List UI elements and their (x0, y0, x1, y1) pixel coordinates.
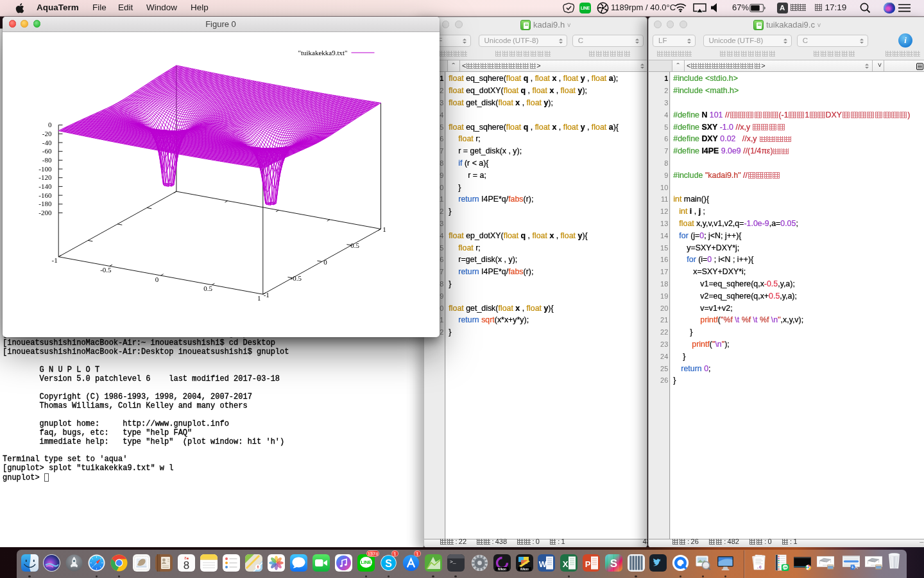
svg-text:Nikon: Nikon (520, 567, 529, 570)
svg-text:X: X (563, 559, 569, 568)
svg-text:S: S (385, 557, 392, 568)
svg-text:-40: -40 (42, 138, 51, 146)
svg-text:S: S (610, 557, 617, 570)
svg-text:1: 1 (382, 225, 386, 233)
svg-text:8: 8 (184, 559, 189, 572)
svg-text:-140: -140 (38, 182, 52, 190)
svg-text:-20: -20 (42, 130, 51, 137)
svg-text:0.5: 0.5 (203, 285, 212, 292)
svg-text:"tuikakekka9.txt": "tuikakekka9.txt" (298, 49, 347, 57)
svg-text:0.5: 0.5 (350, 241, 359, 249)
svg-text:.c: .c (756, 565, 761, 570)
svg-text:Nikon: Nikon (498, 567, 506, 570)
svg-text:-120: -120 (38, 173, 52, 181)
svg-text:>_: >_ (450, 559, 456, 565)
svg-text:0: 0 (323, 258, 327, 265)
svg-text:-80: -80 (42, 156, 51, 164)
svg-text:W: W (539, 559, 547, 568)
svg-text:-60: -60 (42, 147, 51, 155)
svg-text:0: 0 (155, 275, 158, 283)
svg-text:-180: -180 (38, 200, 52, 207)
svg-text:-100: -100 (38, 164, 52, 172)
svg-text:-1: -1 (263, 290, 269, 298)
svg-text:-1: -1 (51, 256, 57, 264)
svg-text:0: 0 (48, 121, 52, 128)
svg-text:P: P (585, 559, 591, 568)
svg-text:-0.5: -0.5 (100, 265, 112, 273)
svg-text:LINE: LINE (361, 560, 371, 565)
svg-text:-200: -200 (38, 209, 52, 216)
svg-text:-160: -160 (38, 191, 52, 198)
svg-text:-0.5: -0.5 (290, 274, 302, 282)
svg-text:1: 1 (257, 293, 261, 301)
svg-text:LINE: LINE (783, 566, 787, 568)
